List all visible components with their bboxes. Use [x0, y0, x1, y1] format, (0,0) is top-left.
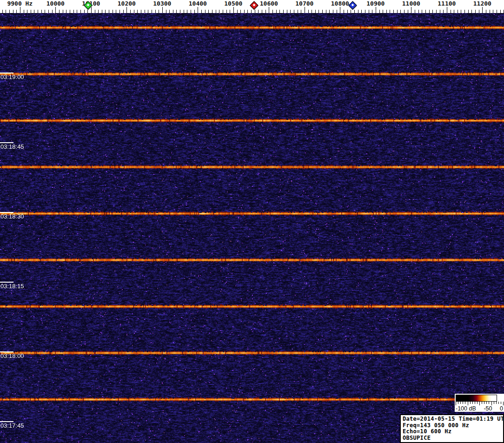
freq-minor-tick — [176, 10, 177, 13]
freq-minor-tick — [48, 10, 49, 13]
legend-label-min: -100 dB — [456, 405, 476, 412]
freq-major-tick — [55, 7, 56, 13]
freq-minor-tick — [237, 10, 238, 13]
freq-minor-tick — [166, 10, 166, 13]
freq-minor-tick — [152, 10, 152, 13]
freq-minor-tick — [63, 10, 63, 13]
freq-minor-tick — [13, 10, 13, 13]
freq-minor-tick — [397, 10, 398, 13]
legend-ruler-ticks — [455, 402, 504, 405]
freq-minor-tick — [223, 10, 223, 13]
freq-tick-label: 11200 — [473, 0, 491, 7]
blue-diamond-marker-icon[interactable] — [349, 1, 357, 9]
freq-minor-tick — [337, 10, 337, 13]
legend-tick — [482, 402, 482, 404]
freq-minor-tick — [461, 10, 461, 13]
freq-minor-tick — [468, 10, 469, 13]
freq-minor-tick — [372, 10, 372, 13]
legend-tick — [463, 402, 463, 404]
freq-minor-tick — [205, 10, 206, 13]
legend-tick — [477, 402, 477, 404]
freq-minor-tick — [155, 10, 156, 13]
freq-major-tick — [447, 7, 447, 13]
freq-minor-tick — [201, 10, 202, 13]
freq-minor-tick — [255, 10, 255, 13]
freq-minor-tick — [365, 10, 365, 13]
freq-minor-tick — [500, 10, 501, 13]
freq-tick-label: 11100 — [438, 0, 456, 7]
freq-minor-tick — [119, 10, 120, 13]
freq-major-tick — [411, 7, 411, 13]
freq-minor-tick — [464, 10, 465, 13]
freq-minor-tick — [443, 10, 444, 13]
freq-tick-label: 10400 — [189, 0, 207, 7]
freq-tick-label: 9900 Hz — [7, 0, 33, 7]
freq-minor-tick — [113, 10, 113, 13]
time-label: 03:18:30 — [0, 213, 24, 220]
db-color-legend: -100 dB -50 0 — [455, 394, 504, 412]
freq-minor-tick — [9, 10, 10, 13]
freq-minor-tick — [251, 10, 252, 13]
red-diamond-marker-icon[interactable] — [250, 1, 258, 9]
legend-tick — [475, 402, 475, 404]
freq-minor-tick — [361, 10, 362, 13]
time-label: 03:18:00 — [0, 352, 24, 359]
legend-label-max: 0 — [500, 405, 503, 412]
freq-minor-tick — [219, 10, 219, 13]
freq-major-tick — [91, 7, 92, 13]
freq-major-tick — [20, 7, 20, 13]
legend-tick — [498, 402, 499, 404]
freq-minor-tick — [102, 10, 102, 13]
freq-minor-tick — [123, 10, 124, 13]
freq-minor-tick — [98, 10, 99, 13]
freq-minor-tick — [294, 10, 294, 13]
legend-tick — [503, 402, 504, 405]
freq-minor-tick — [451, 10, 451, 13]
legend-tick — [486, 402, 487, 404]
freq-minor-tick — [344, 10, 344, 13]
freq-minor-tick — [418, 10, 419, 13]
frequency-ruler[interactable]: 9900 Hz100001010010200103001040010500106… — [0, 0, 504, 13]
freq-minor-tick — [322, 10, 323, 13]
freq-minor-tick — [80, 10, 81, 13]
freq-minor-tick — [24, 10, 24, 13]
freq-minor-tick — [191, 10, 191, 13]
legend-tick — [465, 402, 465, 404]
freq-tick-label: 10200 — [118, 0, 136, 7]
freq-major-tick — [198, 7, 198, 13]
freq-minor-tick — [333, 10, 333, 13]
freq-major-tick — [340, 7, 340, 13]
freq-minor-tick — [45, 10, 45, 13]
freq-minor-tick — [84, 10, 85, 13]
freq-minor-tick — [369, 10, 369, 13]
freq-minor-tick — [184, 10, 184, 13]
freq-minor-tick — [258, 10, 259, 13]
freq-minor-tick — [493, 10, 493, 13]
waterfall-spectrogram-canvas[interactable] — [0, 13, 504, 443]
freq-minor-tick — [194, 10, 195, 13]
freq-minor-tick — [436, 10, 437, 13]
freq-major-tick — [269, 7, 269, 13]
freq-minor-tick — [38, 10, 38, 13]
freq-minor-tick — [212, 10, 212, 13]
legend-label-mid: -50 — [484, 405, 492, 412]
freq-minor-tick — [318, 10, 319, 13]
freq-minor-tick — [2, 10, 3, 13]
freq-major-tick — [305, 7, 305, 13]
freq-major-tick — [126, 7, 127, 13]
legend-tick — [468, 402, 468, 405]
freq-major-tick — [482, 7, 483, 13]
marker-inner-diamond — [351, 4, 354, 7]
freq-minor-tick — [244, 10, 245, 13]
freq-minor-tick — [290, 10, 291, 13]
freq-minor-tick — [262, 10, 262, 13]
freq-minor-tick — [130, 10, 131, 13]
time-label: 03:17:45 — [0, 422, 24, 429]
freq-minor-tick — [247, 10, 248, 13]
freq-minor-tick — [31, 10, 31, 13]
freq-minor-tick — [354, 10, 355, 13]
legend-tick — [494, 402, 494, 404]
freq-minor-tick — [27, 10, 27, 13]
freq-tick-label: 10700 — [295, 0, 313, 7]
freq-minor-tick — [358, 10, 358, 13]
